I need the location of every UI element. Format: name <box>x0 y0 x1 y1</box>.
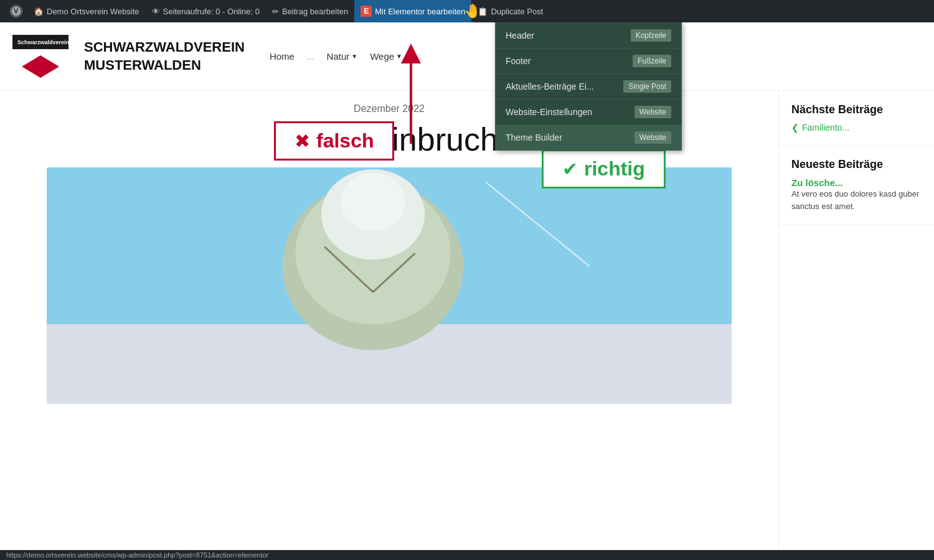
admin-bar-page-views[interactable]: 👁 Seitenaufrufe: 0 - Online: 0 <box>146 0 266 22</box>
nav-ellipsis: ... <box>307 52 314 62</box>
admin-bar-site-name[interactable]: 🏠 Demo Ortsverein Website <box>27 0 146 22</box>
site-content: Dezember 2022 Wintereinbruch <box>0 91 934 560</box>
elementor-icon: E <box>361 6 372 17</box>
sidebar-latest-posts: Neueste Beiträge Zu lösche... At vero eo… <box>779 146 934 225</box>
cursor-hand: 🤚 <box>464 3 481 19</box>
dropdown-theme-builder[interactable]: Theme Builder Website <box>496 125 681 150</box>
dropdown-website-settings[interactable]: Website-Einstellungen Website <box>496 100 681 125</box>
status-bar: https://demo.ortsverein.website/cms/wp-a… <box>0 550 934 560</box>
site-icon: 🏠 <box>34 7 44 16</box>
wp-logo[interactable] <box>5 0 27 22</box>
sidebar-latest-text: At vero eos duo dolores kasd guber sanct… <box>791 188 922 212</box>
dropdown-header[interactable]: Header Kopfzeile <box>496 23 681 49</box>
sidebar-latest-heading: Neueste Beiträge <box>791 158 922 171</box>
wege-dropdown-arrow: ▼ <box>396 53 402 60</box>
nav-ellipsis2: ... <box>415 52 422 62</box>
dropdown-footer[interactable]: Footer Fußzeile <box>496 49 681 74</box>
richtig-annotation: ✔ richtig <box>542 149 666 189</box>
site-header: Schwarzwaldverein SCHWARZWALDVEREIN MUST… <box>0 22 934 91</box>
page-views-icon: 👁 <box>152 7 160 16</box>
edit-icon: ✏ <box>272 7 279 16</box>
nav-natur[interactable]: Natur ▼ <box>327 51 358 62</box>
admin-bar-duplicate[interactable]: 📋 Duplicate Post <box>471 0 549 22</box>
admin-bar-edit-post[interactable]: ✏ Beitrag bearbeiten <box>266 0 354 22</box>
falsch-annotation: ✖ falsch <box>274 121 394 161</box>
sidebar-next-post: Nächste Beiträge ❮ Familiento... <box>779 91 934 146</box>
sidebar-next-post-heading: Nächste Beiträge <box>791 103 922 116</box>
logo-area: Schwarzwaldverein SCHWARZWALDVEREIN MUST… <box>12 35 245 78</box>
nav-wege[interactable]: Wege ▼ <box>370 51 402 62</box>
logo-diamond <box>22 55 59 78</box>
chevron-left-icon: ❮ <box>791 123 799 133</box>
x-icon: ✖ <box>295 130 310 152</box>
post-image <box>47 167 732 404</box>
admin-bar: 🏠 Demo Ortsverein Website 👁 Seitenaufruf… <box>0 0 934 22</box>
logo-box: Schwarzwaldverein <box>12 35 68 49</box>
check-icon: ✔ <box>562 158 578 180</box>
sidebar-latest-link[interactable]: Zu lösche... <box>791 177 922 188</box>
falsch-label: falsch <box>316 129 374 152</box>
elementor-dropdown-menu: Header Kopfzeile Footer Fußzeile Aktuell… <box>495 22 682 151</box>
site-nav: Home ... Natur ▼ Wege ▼ ... <box>270 51 422 62</box>
sidebar: Nächste Beiträge ❮ Familiento... Neueste… <box>778 91 934 560</box>
natur-dropdown-arrow: ▼ <box>351 53 357 60</box>
sidebar-next-post-link[interactable]: ❮ Familiento... <box>791 123 922 133</box>
svg-point-8 <box>341 172 405 230</box>
nav-home[interactable]: Home <box>270 51 295 62</box>
dropdown-single-post[interactable]: Aktuelles-Beiträge Ei... Single Post <box>496 74 681 100</box>
richtig-label: richtig <box>584 157 645 180</box>
admin-bar-mit-elementor[interactable]: E Mit Elementor bearbeiten 🤚 <box>354 0 471 22</box>
site-title: SCHWARZWALDVEREIN MUSTERWALDEN <box>84 39 245 74</box>
